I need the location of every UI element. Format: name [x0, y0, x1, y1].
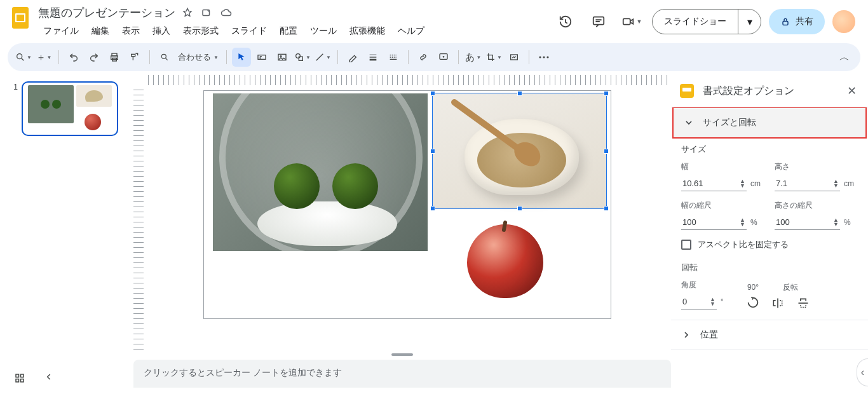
rotation-subheading: 回転 — [681, 262, 858, 273]
resize-handle-ml[interactable] — [430, 149, 435, 154]
new-slide-button[interactable]: ＋▼ — [34, 48, 53, 67]
replace-image-button[interactable]: あ▼ — [464, 48, 483, 67]
slide-thumbnail-1[interactable] — [22, 81, 118, 136]
document-title[interactable]: 無題のプレゼンテーション — [38, 5, 175, 20]
height-input[interactable]: 7.1▲▼ — [775, 176, 840, 191]
slides-app-icon[interactable] — [8, 5, 33, 31]
angle-label: 角度 — [681, 280, 735, 290]
resize-handle-br[interactable] — [604, 206, 609, 211]
menu-insert[interactable]: 挿入 — [147, 23, 175, 39]
menu-help[interactable]: ヘルプ — [393, 23, 430, 39]
crop-button[interactable]: ▼ — [484, 48, 503, 67]
svg-rect-22 — [16, 379, 19, 383]
menu-extensions[interactable]: 拡張機能 — [344, 23, 390, 39]
grid-view-icon[interactable] — [14, 372, 25, 384]
comments-icon[interactable] — [586, 9, 611, 34]
width-input[interactable]: 10.61▲▼ — [681, 176, 747, 191]
angle-input[interactable]: 0▲▼ — [681, 294, 717, 309]
textbox-tool[interactable] — [252, 48, 271, 67]
filmstrip-collapse-icon[interactable] — [44, 372, 53, 384]
size-subheading: サイズ — [681, 144, 858, 155]
shape-tool[interactable]: ▼ — [293, 48, 312, 67]
meet-icon[interactable]: ▼ — [619, 9, 644, 34]
select-tool[interactable] — [232, 48, 251, 67]
reset-image-button[interactable] — [505, 48, 524, 67]
redo-button[interactable] — [85, 48, 104, 67]
flip-vertical-button[interactable] — [797, 297, 810, 309]
zoom-button[interactable] — [155, 48, 174, 67]
rotate-90-label: 90° — [747, 283, 759, 292]
resize-handle-tl[interactable] — [430, 91, 435, 96]
svg-rect-20 — [16, 374, 19, 377]
resize-handle-tr[interactable] — [604, 91, 609, 96]
line-tool[interactable]: ▼ — [313, 48, 332, 67]
slideshow-button[interactable]: スライドショー ▾ — [652, 9, 761, 34]
resize-handle-bl[interactable] — [430, 206, 435, 211]
notes-resize-handle[interactable] — [391, 353, 413, 356]
resize-handle-bm[interactable] — [517, 206, 522, 211]
width-scale-input[interactable]: 100▲▼ — [681, 215, 747, 230]
svg-point-12 — [280, 56, 281, 57]
print-button[interactable] — [105, 48, 124, 67]
move-icon[interactable] — [201, 7, 212, 18]
slide-canvas[interactable] — [203, 90, 611, 319]
menu-edit[interactable]: 編集 — [86, 23, 114, 39]
slide-image-apple[interactable] — [453, 214, 561, 309]
resize-handle-tm[interactable] — [517, 91, 522, 96]
menu-file[interactable]: ファイル — [38, 23, 84, 39]
menu-view[interactable]: 表示 — [117, 23, 145, 39]
share-button[interactable]: 共有 — [769, 9, 825, 34]
speaker-notes[interactable]: クリックするとスピーカー ノートを追加できます — [133, 360, 671, 388]
svg-rect-10 — [258, 55, 266, 60]
height-scale-input[interactable]: 100▲▼ — [775, 215, 840, 230]
image-tool[interactable] — [273, 48, 292, 67]
height-unit: cm — [844, 179, 858, 188]
more-tools-button[interactable] — [534, 48, 553, 67]
slide-image-sesame-selected[interactable] — [433, 93, 606, 208]
menu-slide[interactable]: スライド — [226, 23, 272, 39]
svg-rect-3 — [783, 21, 788, 25]
slide-image-bowl[interactable] — [213, 93, 428, 251]
zoom-fit-dropdown[interactable]: 合わせる▼ — [175, 48, 221, 67]
svg-rect-8 — [132, 54, 135, 56]
slide-number-1: 1 — [11, 81, 18, 136]
collapse-toolbar-button[interactable]: ︿ — [835, 51, 854, 64]
height-scale-label: 高さの縮尺 — [775, 200, 858, 211]
undo-button[interactable] — [64, 48, 83, 67]
comment-button[interactable] — [434, 48, 453, 67]
search-menus-button[interactable]: ▼ — [14, 48, 33, 67]
horizontal-ruler — [144, 75, 671, 85]
rotate-90-button[interactable] — [746, 296, 760, 309]
height-label: 高さ — [775, 161, 858, 172]
resize-handle-mr[interactable] — [604, 149, 609, 154]
border-weight-button[interactable] — [363, 48, 383, 67]
border-color-button[interactable] — [343, 48, 362, 67]
paint-format-button[interactable] — [125, 48, 144, 67]
svg-rect-21 — [21, 374, 24, 377]
svg-point-13 — [296, 54, 301, 58]
width-scale-label: 幅の縮尺 — [681, 200, 764, 211]
account-avatar[interactable] — [832, 10, 855, 33]
svg-point-18 — [543, 56, 545, 58]
menu-tools[interactable]: ツール — [305, 23, 342, 39]
section-size-rotate-header[interactable]: サイズと回転 — [672, 107, 867, 139]
history-icon[interactable] — [553, 9, 578, 34]
vertical-ruler — [133, 85, 144, 352]
svg-point-4 — [17, 54, 22, 59]
star-icon[interactable] — [182, 7, 193, 18]
menu-arrange[interactable]: 配置 — [275, 23, 302, 39]
cloud-status-icon[interactable] — [220, 7, 233, 18]
svg-point-17 — [539, 56, 541, 58]
link-button[interactable] — [414, 48, 433, 67]
selection-outline — [432, 93, 607, 209]
svg-point-19 — [546, 56, 548, 58]
close-panel-button[interactable]: ✕ — [844, 81, 859, 100]
section-position-header[interactable]: 位置 — [671, 320, 868, 350]
menu-format[interactable]: 表示形式 — [178, 23, 224, 39]
border-dash-button[interactable] — [384, 48, 403, 67]
toolbar: ▼ ＋▼ 合わせる▼ ▼ ▼ あ▼ ▼ ︿ — [8, 43, 860, 71]
width-unit: cm — [750, 179, 764, 188]
slideshow-dropdown[interactable]: ▾ — [738, 10, 761, 34]
flip-horizontal-button[interactable] — [771, 297, 784, 309]
lock-aspect-checkbox[interactable]: アスペクト比を固定する — [681, 239, 858, 250]
